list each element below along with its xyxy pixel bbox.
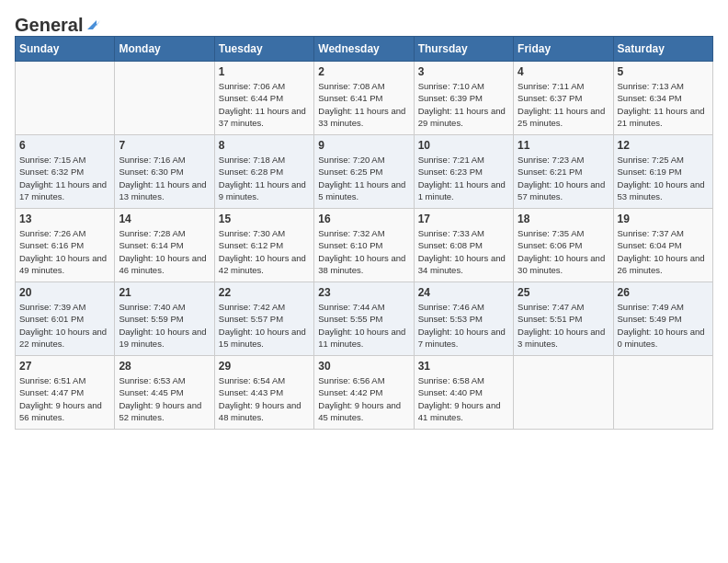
day-number: 26 — [618, 286, 709, 299]
day-number: 15 — [219, 213, 310, 225]
day-header-saturday: Saturday — [613, 37, 712, 62]
day-detail: Sunrise: 7:23 AM Sunset: 6:21 PM Dayligh… — [518, 155, 605, 201]
day-detail: Sunrise: 6:58 AM Sunset: 4:40 PM Dayligh… — [418, 375, 501, 422]
calendar-cell: 15Sunrise: 7:30 AM Sunset: 6:12 PM Dayli… — [214, 209, 313, 282]
day-header-tuesday: Tuesday — [214, 37, 313, 62]
calendar-cell: 19Sunrise: 7:37 AM Sunset: 6:04 PM Dayli… — [613, 209, 712, 282]
calendar-cell — [514, 356, 613, 430]
day-number: 25 — [518, 286, 609, 299]
calendar-cell: 26Sunrise: 7:49 AM Sunset: 5:49 PM Dayli… — [613, 282, 712, 356]
calendar-week-row: 13Sunrise: 7:26 AM Sunset: 6:16 PM Dayli… — [16, 209, 713, 282]
calendar-cell: 11Sunrise: 7:23 AM Sunset: 6:21 PM Dayli… — [514, 135, 613, 209]
day-number: 14 — [119, 213, 210, 225]
day-number: 19 — [618, 213, 709, 225]
calendar-cell — [613, 356, 712, 430]
calendar-cell: 9Sunrise: 7:20 AM Sunset: 6:25 PM Daylig… — [314, 135, 414, 209]
calendar-week-row: 6Sunrise: 7:15 AM Sunset: 6:32 PM Daylig… — [16, 135, 713, 209]
calendar-cell: 7Sunrise: 7:16 AM Sunset: 6:30 PM Daylig… — [115, 135, 214, 209]
calendar-cell: 6Sunrise: 7:15 AM Sunset: 6:32 PM Daylig… — [16, 135, 115, 209]
day-detail: Sunrise: 7:30 AM Sunset: 6:12 PM Dayligh… — [219, 228, 306, 275]
logo-bird-icon — [84, 17, 100, 33]
day-detail: Sunrise: 7:32 AM Sunset: 6:10 PM Dayligh… — [318, 228, 405, 275]
day-number: 20 — [19, 286, 110, 299]
day-number: 18 — [518, 213, 609, 225]
svg-marker-0 — [87, 20, 100, 29]
day-number: 17 — [418, 213, 509, 225]
calendar-cell: 23Sunrise: 7:44 AM Sunset: 5:55 PM Dayli… — [314, 282, 414, 356]
calendar-week-row: 20Sunrise: 7:39 AM Sunset: 6:01 PM Dayli… — [16, 282, 713, 356]
day-header-wednesday: Wednesday — [314, 37, 414, 62]
day-number: 27 — [19, 360, 110, 373]
calendar-cell: 27Sunrise: 6:51 AM Sunset: 4:47 PM Dayli… — [16, 356, 115, 430]
day-number: 29 — [219, 360, 310, 373]
day-header-thursday: Thursday — [414, 37, 513, 62]
calendar-cell: 3Sunrise: 7:10 AM Sunset: 6:39 PM Daylig… — [414, 62, 513, 135]
calendar-cell: 21Sunrise: 7:40 AM Sunset: 5:59 PM Dayli… — [115, 282, 214, 356]
calendar-cell — [115, 62, 214, 135]
day-number: 3 — [418, 65, 509, 78]
calendar-cell: 14Sunrise: 7:28 AM Sunset: 6:14 PM Dayli… — [115, 209, 214, 282]
day-number: 21 — [119, 286, 210, 299]
calendar-cell: 30Sunrise: 6:56 AM Sunset: 4:42 PM Dayli… — [314, 356, 414, 430]
day-number: 4 — [518, 65, 609, 78]
day-detail: Sunrise: 6:51 AM Sunset: 4:47 PM Dayligh… — [19, 375, 102, 422]
day-detail: Sunrise: 7:21 AM Sunset: 6:23 PM Dayligh… — [418, 155, 506, 201]
day-detail: Sunrise: 7:42 AM Sunset: 5:57 PM Dayligh… — [219, 302, 306, 349]
day-detail: Sunrise: 7:33 AM Sunset: 6:08 PM Dayligh… — [418, 228, 506, 275]
day-detail: Sunrise: 7:18 AM Sunset: 6:28 PM Dayligh… — [219, 155, 306, 201]
day-number: 16 — [318, 213, 409, 225]
day-detail: Sunrise: 7:40 AM Sunset: 5:59 PM Dayligh… — [119, 302, 206, 349]
calendar-cell: 29Sunrise: 6:54 AM Sunset: 4:43 PM Dayli… — [214, 356, 313, 430]
day-number: 22 — [219, 286, 310, 299]
day-number: 24 — [418, 286, 509, 299]
day-detail: Sunrise: 7:20 AM Sunset: 6:25 PM Dayligh… — [318, 155, 405, 201]
day-detail: Sunrise: 7:08 AM Sunset: 6:41 PM Dayligh… — [318, 81, 405, 128]
page-header: General — [15, 15, 713, 32]
calendar-cell: 10Sunrise: 7:21 AM Sunset: 6:23 PM Dayli… — [414, 135, 513, 209]
calendar-week-row: 27Sunrise: 6:51 AM Sunset: 4:47 PM Dayli… — [16, 356, 713, 430]
calendar-body: 1Sunrise: 7:06 AM Sunset: 6:44 PM Daylig… — [16, 62, 713, 430]
day-detail: Sunrise: 7:26 AM Sunset: 6:16 PM Dayligh… — [19, 228, 107, 275]
logo: General — [15, 15, 100, 32]
day-header-sunday: Sunday — [16, 37, 115, 62]
logo-general: General — [15, 15, 83, 36]
day-detail: Sunrise: 7:16 AM Sunset: 6:30 PM Dayligh… — [119, 155, 206, 201]
calendar-cell: 2Sunrise: 7:08 AM Sunset: 6:41 PM Daylig… — [314, 62, 414, 135]
day-detail: Sunrise: 6:54 AM Sunset: 4:43 PM Dayligh… — [219, 375, 301, 422]
day-detail: Sunrise: 7:35 AM Sunset: 6:06 PM Dayligh… — [518, 228, 605, 275]
day-number: 12 — [618, 139, 709, 152]
day-number: 30 — [318, 360, 409, 373]
calendar-cell: 5Sunrise: 7:13 AM Sunset: 6:34 PM Daylig… — [613, 62, 712, 135]
day-number: 10 — [418, 139, 509, 152]
day-header-monday: Monday — [115, 37, 214, 62]
day-number: 2 — [318, 65, 409, 78]
calendar-cell: 25Sunrise: 7:47 AM Sunset: 5:51 PM Dayli… — [514, 282, 613, 356]
day-number: 9 — [318, 139, 409, 152]
calendar-table: SundayMondayTuesdayWednesdayThursdayFrid… — [15, 36, 713, 430]
day-number: 1 — [219, 65, 310, 78]
day-detail: Sunrise: 7:25 AM Sunset: 6:19 PM Dayligh… — [618, 155, 705, 201]
day-detail: Sunrise: 7:47 AM Sunset: 5:51 PM Dayligh… — [518, 302, 605, 349]
day-detail: Sunrise: 7:46 AM Sunset: 5:53 PM Dayligh… — [418, 302, 506, 349]
calendar-cell: 13Sunrise: 7:26 AM Sunset: 6:16 PM Dayli… — [16, 209, 115, 282]
calendar-cell: 16Sunrise: 7:32 AM Sunset: 6:10 PM Dayli… — [314, 209, 414, 282]
calendar-header-row: SundayMondayTuesdayWednesdayThursdayFrid… — [16, 37, 713, 62]
calendar-cell: 24Sunrise: 7:46 AM Sunset: 5:53 PM Dayli… — [414, 282, 513, 356]
day-detail: Sunrise: 7:37 AM Sunset: 6:04 PM Dayligh… — [618, 228, 705, 275]
day-header-friday: Friday — [514, 37, 613, 62]
day-number: 7 — [119, 139, 210, 152]
calendar-cell: 20Sunrise: 7:39 AM Sunset: 6:01 PM Dayli… — [16, 282, 115, 356]
day-detail: Sunrise: 7:06 AM Sunset: 6:44 PM Dayligh… — [219, 81, 306, 128]
calendar-week-row: 1Sunrise: 7:06 AM Sunset: 6:44 PM Daylig… — [16, 62, 713, 135]
calendar-cell: 12Sunrise: 7:25 AM Sunset: 6:19 PM Dayli… — [613, 135, 712, 209]
day-number: 23 — [318, 286, 409, 299]
day-number: 13 — [19, 213, 110, 225]
day-number: 11 — [518, 139, 609, 152]
day-detail: Sunrise: 7:15 AM Sunset: 6:32 PM Dayligh… — [19, 155, 107, 201]
day-detail: Sunrise: 7:44 AM Sunset: 5:55 PM Dayligh… — [318, 302, 405, 349]
day-number: 5 — [618, 65, 709, 78]
calendar-cell — [16, 62, 115, 135]
calendar-cell: 18Sunrise: 7:35 AM Sunset: 6:06 PM Dayli… — [514, 209, 613, 282]
day-detail: Sunrise: 7:13 AM Sunset: 6:34 PM Dayligh… — [618, 81, 705, 128]
day-number: 31 — [418, 360, 509, 373]
